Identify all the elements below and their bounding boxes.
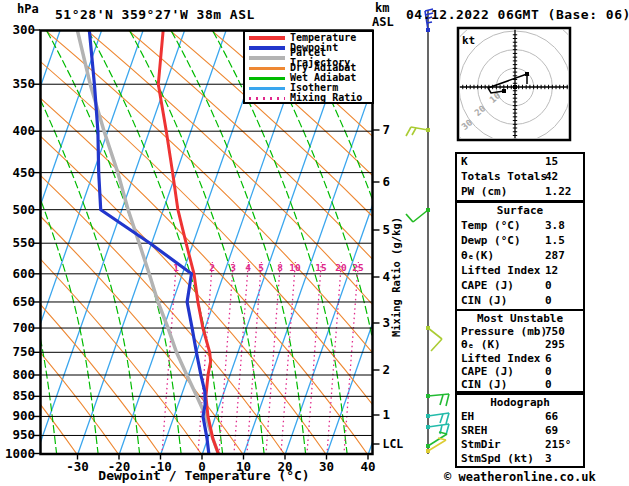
pressure-tick-label: 500 bbox=[12, 202, 35, 217]
km-tick-label: 1 bbox=[383, 407, 391, 422]
lcl-label: LCL bbox=[383, 437, 404, 451]
pressure-tick-label: 350 bbox=[12, 76, 35, 91]
table-row-label: EH bbox=[461, 410, 474, 423]
table-row: CAPE (J)0 bbox=[457, 279, 583, 294]
table-row: θₑ (K)295 bbox=[457, 338, 583, 351]
table-row-value: 15 bbox=[545, 155, 558, 168]
mixing-ratio-label: 2 bbox=[209, 262, 215, 273]
wind-barb-dot bbox=[426, 444, 430, 448]
km-tick-label: 2 bbox=[383, 362, 391, 377]
table-row-label: CAPE (J) bbox=[461, 279, 514, 292]
table-row-label: Temp (°C) bbox=[461, 219, 521, 232]
table-row-value: 1.22 bbox=[545, 185, 572, 198]
wind-barb-dot bbox=[426, 449, 430, 453]
mixing-ratio-line bbox=[344, 262, 359, 455]
km-tick-label: 3 bbox=[383, 315, 391, 330]
table-row-value: 3.8 bbox=[545, 219, 565, 232]
mixing-ratio-line bbox=[266, 262, 281, 455]
pressure-tick-label: 1000 bbox=[5, 446, 35, 461]
wind-barb-stroke bbox=[412, 128, 416, 135]
wind-barb-stroke bbox=[411, 127, 428, 130]
table-row-value: 215° bbox=[545, 438, 572, 451]
table-row: Dewp (°C)1.5 bbox=[457, 234, 583, 249]
pressure-tick-label: 400 bbox=[12, 123, 35, 138]
table-row-label: StmDir bbox=[461, 438, 501, 451]
wind-barb-dot bbox=[426, 425, 430, 429]
table-surface: SurfaceTemp (°C)3.8Dewp (°C)1.5θₑ(K)287L… bbox=[455, 201, 585, 311]
legend-swatch-temperature bbox=[249, 36, 285, 40]
pressure-tick-label: 550 bbox=[12, 235, 35, 250]
table-indices: K15Totals Totals42PW (cm)1.22 bbox=[455, 152, 585, 202]
wind-barb-stroke bbox=[428, 413, 449, 416]
table-row-label: PW (cm) bbox=[461, 185, 507, 198]
wind-barb-stroke bbox=[428, 394, 449, 396]
pressure-tick-label: 900 bbox=[12, 408, 35, 423]
table-title: Surface bbox=[457, 204, 583, 219]
profile-curves bbox=[77, 30, 218, 454]
table-row-value: 0 bbox=[545, 378, 552, 391]
table-row-value: 0 bbox=[545, 279, 552, 292]
wind-barb-dot bbox=[426, 208, 430, 212]
temperature-curve bbox=[158, 30, 218, 454]
km-tick-label: 7 bbox=[383, 122, 391, 137]
table-row-value: 750 bbox=[545, 325, 565, 338]
legend-swatch-isotherm bbox=[249, 87, 285, 90]
wind-barb-dot bbox=[426, 414, 430, 418]
table-row-label: Pressure (mb) bbox=[461, 325, 547, 338]
wind-barb-dot bbox=[426, 394, 430, 398]
mixing-ratio-line bbox=[327, 262, 342, 455]
hodograph-unit-label: kt bbox=[462, 34, 475, 47]
table-row-value: 1.5 bbox=[545, 234, 565, 247]
table-row-value: 287 bbox=[545, 249, 565, 262]
pressure-tick-label: 850 bbox=[12, 388, 35, 403]
table-row-label: StmSpd (kt) bbox=[461, 452, 534, 465]
legend-swatch-mixing-ratio bbox=[249, 97, 285, 100]
pressure-tick-label: 300 bbox=[12, 22, 35, 37]
table-row-value: 0 bbox=[545, 294, 552, 307]
legend-swatch-parcel-trajectory bbox=[249, 56, 285, 60]
mixing-ratio-label: 4 bbox=[245, 262, 251, 273]
table-row: Pressure (mb)750 bbox=[457, 325, 583, 338]
mixing-ratio-label: 10 bbox=[289, 262, 301, 273]
table-row: K15 bbox=[457, 155, 583, 170]
wind-barb-stroke bbox=[440, 414, 443, 423]
wind-barb bbox=[406, 208, 430, 222]
legend-item: Mixing Ratio bbox=[245, 93, 372, 103]
altitude-axis-unit-km: km bbox=[375, 1, 389, 15]
hodograph-trace-dot bbox=[525, 72, 529, 76]
table-row: CIN (J)0 bbox=[457, 294, 583, 309]
table-row: CIN (J)0 bbox=[457, 378, 583, 391]
wind-barb-stroke bbox=[406, 127, 411, 136]
table-row-label: θₑ(K) bbox=[461, 249, 494, 262]
table-row-label: Lifted Index bbox=[461, 352, 540, 365]
pressure-tick-label: 600 bbox=[12, 266, 35, 281]
wind-barb-stroke bbox=[427, 22, 432, 23]
hodograph-plot: 102030kt bbox=[440, 12, 589, 161]
sounding-page: 1234581015202530035040045050055060065070… bbox=[0, 0, 629, 486]
pressure-tick-label: 700 bbox=[12, 320, 35, 335]
mixing-ratio-label: 8 bbox=[277, 262, 283, 273]
table-row: SREH69 bbox=[457, 424, 583, 438]
pressure-tick-label: 450 bbox=[12, 165, 35, 180]
mixing-ratio-label: 15 bbox=[315, 262, 327, 273]
mixing-ratio-label: 25 bbox=[352, 262, 364, 273]
table-row-value: 295 bbox=[545, 338, 565, 351]
pressure-tick-label: 950 bbox=[12, 427, 35, 442]
legend-box: TemperatureDewpointParcel TrajectoryDry … bbox=[243, 30, 374, 104]
wind-barb-stroke bbox=[406, 214, 413, 222]
wind-barb bbox=[426, 394, 449, 406]
hodograph-trace-dot bbox=[513, 85, 517, 89]
table-row-label: CAPE (J) bbox=[461, 365, 514, 378]
hodograph-trace-dot bbox=[502, 89, 506, 93]
table-row: Totals Totals42 bbox=[457, 170, 583, 185]
table-title: Hodograph bbox=[457, 396, 583, 410]
pressure-tick-label: 800 bbox=[12, 367, 35, 382]
table-row: Lifted Index6 bbox=[457, 352, 583, 365]
pressure-axis-unit: hPa bbox=[17, 2, 39, 16]
table-row: Temp (°C)3.8 bbox=[457, 219, 583, 234]
table-row: Lifted Index12 bbox=[457, 264, 583, 279]
table-row-label: K bbox=[461, 155, 468, 168]
table-title: Most Unstable bbox=[457, 312, 583, 325]
altitude-axis-unit-asl: ASL bbox=[372, 15, 394, 29]
table-row: θₑ(K)287 bbox=[457, 249, 583, 264]
